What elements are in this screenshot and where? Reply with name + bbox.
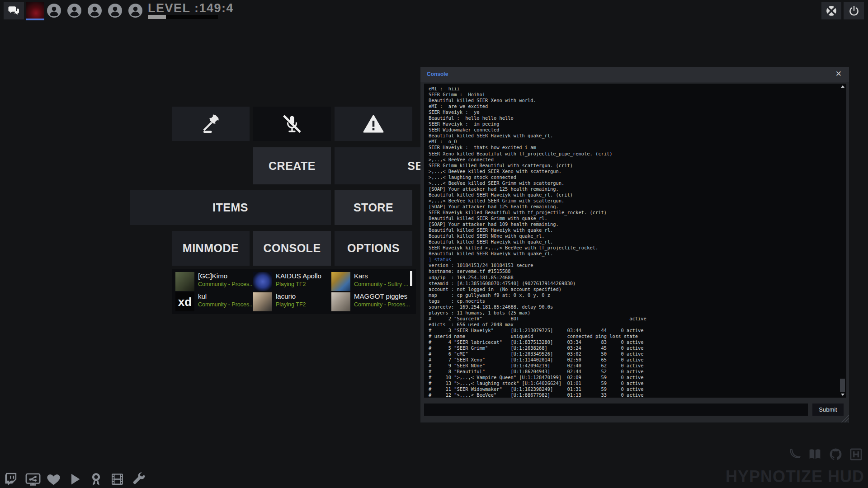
console-line: players : 11 humans, 1 bots (25 max) [429, 310, 846, 316]
console-line: map : cp_gullywash_f9 at: 0 x, 0 y, 0 z [429, 292, 846, 298]
console-line: # 13 ">,..,< laughing stock" [U:1:640266… [429, 380, 846, 386]
console-line: edicts : 656 used of 2048 max [429, 322, 846, 328]
console-scrollbar[interactable] [840, 84, 846, 398]
chat-button[interactable] [4, 2, 24, 19]
friend-avatar [331, 272, 350, 291]
console-line: # 8 "Beautiful" [U:1:86204943] 02:44 52 … [429, 369, 846, 375]
github-icon[interactable] [829, 447, 843, 461]
power-icon [849, 5, 859, 16]
tf2-logo-button[interactable] [821, 2, 841, 19]
console-line: Beautiful killed SEER Haveiyk with quake… [429, 227, 846, 233]
friend-name: KAIDUS Apollo [276, 272, 321, 280]
placeholder-avatar-icon[interactable] [88, 4, 102, 18]
console-line: # userid name uniqueid connected ping lo… [429, 333, 846, 339]
console-line: eMI : hiii [429, 86, 846, 92]
friend-name: kul [198, 292, 207, 300]
friend-row[interactable]: MAGGOT piggles Community - Proces... [331, 292, 407, 312]
console-line: Beautiful killed SEER Haveiyk with quake… [429, 133, 846, 139]
console-line: # 9 "SEER NOne" [U:1:42094219] 02:40 62 … [429, 363, 846, 369]
mic-muted-icon [282, 114, 302, 134]
twitch-icon[interactable] [4, 472, 19, 487]
friend-row[interactable]: Kars Community - Sultry ... [331, 272, 407, 292]
huds-icon[interactable] [849, 447, 863, 461]
console-line: >,..,< BeeVee connected [429, 157, 846, 163]
stream-icon[interactable] [25, 472, 40, 487]
console-log: eMI : hiiiSEER Grimm : HoihoiBeautiful k… [424, 84, 846, 398]
friend-row[interactable]: xd kul Community - Proces... [175, 292, 251, 312]
mute-button[interactable] [253, 107, 331, 141]
console-line: # 6 "eMI" [U:1:203349526] 03:02 50 0 act… [429, 351, 846, 357]
console-line: [SOAP] Your attacker had 125 health rema… [429, 204, 846, 210]
console-line: >,..,< BeeVee killed SEER Grimm with sca… [429, 180, 846, 186]
console-line: # 10 ">,..,< Vampire Queen" [U:1:1284701… [429, 375, 846, 380]
user-avatar[interactable] [26, 2, 44, 19]
console-button-label: CONSOLE [263, 242, 321, 255]
console-line: >,..,< laughing stock connected [429, 174, 846, 180]
console-line: SEER Haveiyk killed Beautiful with tf_pr… [429, 210, 846, 216]
placeholder-avatar-icon[interactable] [128, 4, 142, 18]
film-icon[interactable] [110, 472, 125, 487]
avatar-selected-underline [26, 19, 44, 20]
chat-bubbles-icon [8, 5, 20, 16]
submit-button[interactable]: Submit [812, 404, 844, 416]
console-line: Beautiful killed SEER Haveiyk with quake… [429, 251, 846, 257]
heart-icon[interactable] [46, 472, 61, 487]
console-titlebar[interactable]: Console ✕ [420, 67, 849, 82]
scroll-up-icon[interactable] [841, 85, 844, 88]
vote-button[interactable] [172, 107, 250, 141]
console-line: Beautiful killed SEER Xeno with world. [429, 98, 846, 103]
console-line: [SOAP] Your attacker had 109 health rema… [429, 221, 846, 227]
console-line: # 4 "SEER labricecat" [U:1:837513280] 03… [429, 339, 846, 345]
placeholder-avatar-icon[interactable] [108, 4, 122, 18]
close-icon[interactable]: ✕ [835, 69, 842, 79]
level-progress-fill [148, 15, 166, 19]
items-button[interactable]: ITEMS [130, 190, 331, 225]
options-button-label: OPTIONS [347, 242, 400, 255]
friend-status: Community - Proces... [354, 301, 410, 308]
console-window: Console ✕ eMI : hiiiSEER Grimm : HoihoiB… [420, 67, 849, 422]
console-line: Beautiful killed SEER Haveiyk with quake… [429, 192, 846, 198]
play-icon[interactable] [67, 472, 82, 487]
console-button[interactable]: CONSOLE [253, 231, 331, 266]
friend-status: Playing TF2 [276, 301, 306, 308]
submit-button-label: Submit [819, 406, 837, 413]
console-line: >,..,< BeeVee killed SEER Grimm with sca… [429, 198, 846, 204]
quit-button[interactable] [844, 2, 864, 19]
placeholder-avatar-icon[interactable] [67, 4, 81, 18]
friend-row[interactable]: KAIDUS Apollo Playing TF2 [253, 272, 329, 292]
console-line: Beautiful : hello hello hello [429, 115, 846, 121]
friend-row[interactable]: lacurio Playing TF2 [253, 292, 329, 312]
friends-scrollbar-thumb[interactable] [410, 271, 412, 286]
store-button[interactable]: STORE [335, 190, 412, 225]
console-line: steamid : [A:1:3851608070:47540] (902761… [429, 281, 846, 286]
console-line: account : not logged in (No account spec… [429, 286, 846, 292]
console-line: # 7 "SEER Xeno" [U:1:114402014] 02:50 65… [429, 357, 846, 363]
console-line: # 11 "SEER Widowmaker" [U:1:162398249] 0… [429, 386, 846, 392]
console-title: Console [427, 71, 448, 77]
minmode-button-label: MINMODE [183, 242, 239, 255]
friend-avatar: xd [175, 292, 194, 311]
friend-avatar [331, 292, 350, 311]
report-button[interactable] [335, 107, 412, 141]
minmode-button[interactable]: MINMODE [172, 231, 250, 266]
hud-brand-text: HYPNOTIZE HUD [726, 467, 864, 486]
console-line: version : 10184153/24 10184153 secure [429, 263, 846, 268]
friend-row[interactable]: [GC]Kimo Community - Proces... [175, 272, 251, 292]
gamebanana-icon[interactable] [788, 447, 802, 461]
scroll-down-icon[interactable] [841, 394, 844, 396]
friend-status: Community - Proces... [198, 281, 254, 287]
console-line: # 5 "SEER Grimm" [U:1:2638268] 03:24 45 … [429, 345, 846, 351]
console-line: >,..,< BeeVee killed SEER Xeno with scat… [429, 169, 846, 174]
console-command-input[interactable] [424, 404, 808, 416]
console-line: tags : cp,nocrits [429, 298, 846, 304]
console-scrollbar-thumb[interactable] [840, 379, 845, 392]
book-icon[interactable] [808, 447, 822, 461]
friend-status: Playing TF2 [276, 281, 306, 287]
placeholder-avatar-icon[interactable] [47, 4, 61, 18]
options-button[interactable]: OPTIONS [335, 231, 412, 266]
create-button[interactable]: CREATE [253, 147, 331, 184]
wrench-icon[interactable] [132, 472, 146, 487]
friend-avatar [175, 272, 194, 291]
console-line: SEER Grimm killed Beautiful with scatter… [429, 163, 846, 169]
award-icon[interactable] [89, 472, 104, 487]
